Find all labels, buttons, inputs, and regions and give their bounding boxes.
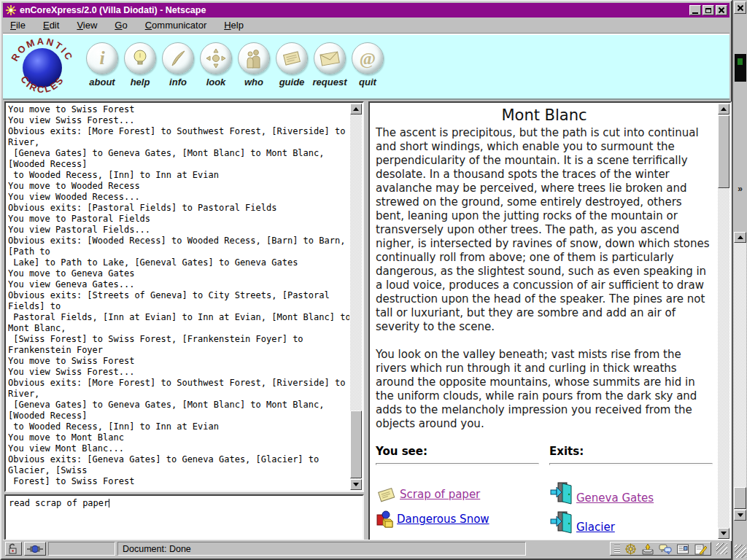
exit-door-icon (549, 510, 574, 534)
scroll-up-button[interactable] (734, 232, 746, 243)
moo-toolbar: ROMANTIC CIRCLES i about (3, 34, 729, 100)
info-button[interactable]: info (159, 42, 197, 88)
window-resize-grip[interactable] (716, 543, 727, 554)
divider (549, 463, 713, 465)
arrow-up-icon (721, 107, 727, 111)
menu-file[interactable]: File (10, 20, 26, 31)
look-label: look (197, 77, 235, 88)
menu-bar: File Edit View Go Communicator Help (3, 18, 729, 34)
maximize-button[interactable] (703, 5, 714, 15)
edge-scrollbar[interactable] (734, 232, 746, 521)
list-item-scrap-of-paper: Scrap of paper (376, 486, 539, 503)
minimize-icon (692, 12, 698, 14)
request-label: request (311, 77, 349, 88)
request-button[interactable]: request (311, 42, 349, 88)
connection-indicator (24, 542, 46, 556)
object-blocks-icon (376, 509, 395, 529)
glacier-link[interactable]: Glacier (576, 521, 615, 534)
moo-output-frame: You move to Swiss Forest You view Swiss … (4, 101, 364, 492)
about-label: about (83, 77, 121, 88)
plug-connection-icon (27, 545, 43, 553)
room-lists: You see: Scrap of pa (371, 445, 717, 539)
scroll-up-button[interactable] (718, 104, 729, 114)
room-scrollbar[interactable] (718, 104, 729, 539)
exits-heading: Exits: (549, 445, 713, 458)
you-see-heading: You see: (376, 445, 539, 458)
quill-icon (168, 48, 188, 69)
scroll-up-button[interactable] (350, 104, 362, 114)
arrow-down-icon (721, 532, 727, 535)
close-icon (737, 4, 744, 12)
list-item-geneva-gates: Geneva Gates (549, 481, 713, 505)
help-label: help (121, 77, 159, 88)
discussions-icon[interactable] (659, 543, 672, 555)
room-body: Mont Blanc The ascent is precipitous, bu… (371, 104, 717, 539)
info-label: info (159, 77, 197, 88)
quit-label: quit (349, 77, 387, 88)
exits-column: Exits: Geneva Gates (549, 445, 713, 539)
text-caret (109, 499, 109, 508)
help-button[interactable]: help (121, 42, 159, 88)
scroll-down-button[interactable] (718, 528, 729, 539)
close-icon (718, 7, 725, 14)
netscape-app-icon (5, 4, 17, 16)
mailbox-icon[interactable] (641, 543, 654, 555)
composer-icon[interactable] (694, 543, 707, 555)
edge-window-fragment (735, 54, 746, 82)
navigator-icon[interactable] (624, 543, 637, 555)
dangerous-snow-link[interactable]: Dangerous Snow (397, 513, 489, 526)
progress-bar (48, 542, 115, 556)
minimize-button[interactable] (689, 5, 701, 15)
scroll-thumb[interactable] (734, 487, 746, 509)
toolbar-buttons: i about help (83, 42, 387, 88)
guide-button[interactable]: guide (273, 42, 311, 88)
quit-button[interactable]: @ quit (349, 42, 387, 88)
menu-communicator[interactable]: Communicator (145, 20, 207, 31)
compass-arrows-icon (205, 47, 227, 69)
about-button[interactable]: i about (83, 42, 121, 88)
menu-help[interactable]: Help (224, 20, 244, 31)
list-item-glacier: Glacier (549, 510, 713, 534)
component-bar (610, 542, 711, 556)
who-label: who (235, 77, 273, 88)
open-padlock-icon (8, 543, 19, 554)
you-see-column: You see: Scrap of pa (376, 445, 539, 539)
drag-handle[interactable] (614, 545, 620, 553)
arrow-down-icon (738, 513, 743, 517)
screen: enCoreXpress/2.0 (Villa Diodati) - Netsc… (0, 0, 747, 560)
scrap-of-paper-link[interactable]: Scrap of paper (400, 488, 480, 501)
room-description-2: You look on the valley beneath; vast mis… (371, 348, 717, 431)
guide-label: guide (273, 77, 311, 88)
room-title: Mont Blanc (371, 106, 717, 124)
security-indicator[interactable] (5, 542, 22, 556)
menu-go[interactable]: Go (115, 20, 127, 31)
scroll-down-button[interactable] (350, 479, 362, 490)
scroll-thumb[interactable] (350, 411, 362, 478)
scroll-thumb[interactable] (718, 115, 729, 188)
edge-close-button[interactable] (734, 1, 746, 14)
menu-view[interactable]: View (77, 20, 97, 31)
who-button[interactable]: who (235, 42, 273, 88)
command-input[interactable]: read scrap of paper (4, 494, 364, 540)
edge-expand-button[interactable]: » (734, 179, 746, 198)
address-book-icon[interactable] (676, 543, 689, 555)
edge-resize-grip[interactable] (735, 545, 746, 558)
arrow-up-icon (353, 107, 359, 111)
room-frame: Mont Blanc The ascent is precipitous, bu… (368, 101, 732, 541)
right-edge-panel: » (732, 0, 747, 560)
list-item-dangerous-snow: Dangerous Snow (376, 509, 539, 529)
people-icon (244, 48, 263, 69)
look-button[interactable]: look (197, 42, 235, 88)
command-input-value: read scrap of paper (9, 498, 109, 508)
close-button[interactable] (716, 5, 727, 15)
paper-sheet-icon (281, 49, 303, 68)
window-title: enCoreXpress/2.0 (Villa Diodati) - Netsc… (20, 5, 686, 15)
menu-edit[interactable]: Edit (43, 20, 59, 31)
divider (376, 463, 539, 465)
lightbulb-icon (131, 48, 150, 69)
exit-door-icon (549, 481, 574, 505)
log-scrollbar[interactable] (350, 104, 362, 490)
scroll-down-button[interactable] (734, 510, 746, 521)
geneva-gates-link[interactable]: Geneva Gates (576, 491, 654, 505)
log-output: You move to Swiss Forest You view Swiss … (8, 104, 349, 491)
